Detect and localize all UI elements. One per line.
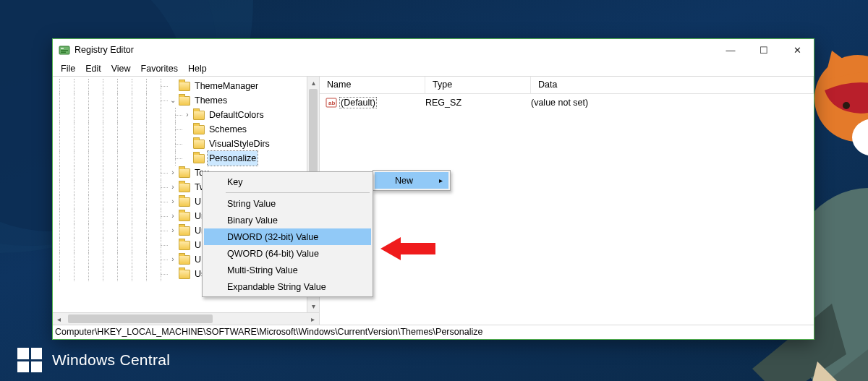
folder-icon [179,168,190,178]
value-name: (Default) [340,98,425,108]
scroll-left-button[interactable]: ◂ [53,313,65,325]
tree-expander[interactable]: › [183,108,192,122]
context-menu-item[interactable]: Key [204,174,371,190]
context-menu-item-label: Expandable String Value [227,282,326,292]
folder-icon [179,270,190,279]
tree-expander[interactable]: › [169,194,177,209]
menu-view[interactable]: View [106,63,136,74]
folder-icon [179,197,190,207]
svg-marker-15 [380,237,435,260]
close-icon: ✕ [793,45,801,56]
scroll-up-button[interactable]: ▴ [307,77,319,89]
chevron-right-icon: ▸ [311,315,315,323]
scroll-track[interactable] [65,313,307,325]
value-data: (value not set) [531,98,814,108]
folder-icon [193,140,205,149]
tree-item[interactable]: Schemes [53,122,319,137]
brand-text: Windows Central [52,351,170,369]
tree-item-label: Personalize [208,151,258,166]
scroll-down-button[interactable]: ▾ [307,300,319,312]
menu-edit[interactable]: Edit [80,63,106,74]
client-area: ThemeManager⌄Themes›DefaultColorsSchemes… [53,76,814,325]
folder-icon [179,255,190,265]
column-name[interactable]: Name [320,77,425,93]
context-menu-item-new[interactable]: New ▸ [375,172,448,189]
tree-item-label: VisualStyleDirs [208,137,271,151]
menu-file[interactable]: File [56,63,80,74]
maximize-button[interactable]: ☐ [747,39,780,61]
folder-icon [179,96,190,106]
svg-point-8 [843,102,850,109]
tree-horizontal-scrollbar[interactable]: ◂ ▸ [53,312,319,325]
context-menu-item-label: QWORD (64-bit) Value [227,249,319,259]
folder-icon [179,226,190,236]
titlebar[interactable]: Registry Editor — ☐ ✕ [53,39,814,61]
folder-icon [193,154,205,163]
values-list[interactable]: ab(Default)REG_SZ(value not set) [320,94,814,325]
tree-item[interactable]: VisualStyleDirs [53,137,319,151]
tree-expander[interactable]: › [169,252,177,267]
context-menu-item-label: DWORD (32-bit) Value [227,232,318,242]
context-menu-item[interactable]: Binary Value [204,212,371,228]
scroll-thumb[interactable] [68,314,213,323]
watermark-brand: Windows Central [17,348,170,372]
chevron-up-icon: ▴ [312,79,315,87]
tree-item-label: Schemes [208,122,248,137]
context-menu-item[interactable]: String Value [204,195,371,212]
value-type: REG_SZ [425,98,531,108]
tree-item[interactable]: ›DefaultColors [53,108,319,122]
windows-logo-icon [17,348,42,372]
column-data[interactable]: Data [531,77,814,93]
close-button[interactable]: ✕ [780,39,814,61]
tree-expander[interactable]: › [169,180,177,194]
context-menu-item[interactable]: QWORD (64-bit) Value [204,245,371,262]
tree-item-label: DefaultColors [208,108,265,122]
tree-item[interactable]: ⌄Themes [53,93,319,108]
folder-icon [179,212,190,221]
svg-text:ab: ab [328,100,335,106]
annotation-arrow [380,236,435,264]
svg-rect-11 [61,50,68,51]
minimize-icon: — [726,45,736,56]
context-menu-separator [226,192,370,193]
window-title: Registry Editor [75,45,134,55]
values-header: Name Type Data [320,77,814,94]
context-menu-item-label: String Value [227,199,276,209]
tree-item[interactable]: Personalize [53,151,319,166]
submenu-arrow-icon: ▸ [439,176,443,184]
folder-icon [193,125,205,134]
tree-expander[interactable]: ⌄ [169,93,177,108]
values-pane: Name Type Data ab(Default)REG_SZ(value n… [320,77,814,325]
tree-expander[interactable]: › [169,223,177,238]
list-row[interactable]: ab(Default)REG_SZ(value not set) [320,95,814,109]
tree-item[interactable]: ThemeManager [53,79,319,93]
context-menu-item-label: New [395,176,413,186]
chevron-left-icon: ◂ [57,315,61,323]
maximize-icon: ☐ [760,45,768,56]
tree-expander[interactable]: › [169,209,177,223]
svg-rect-10 [61,48,64,49]
status-path: Computer\HKEY_LOCAL_MACHINE\SOFTWARE\Mic… [55,327,482,337]
context-menu-item-label: Key [227,177,243,187]
menu-favorites[interactable]: Favorites [136,63,183,74]
column-type[interactable]: Type [425,77,531,93]
minimize-button[interactable]: — [714,39,747,61]
folder-icon [179,183,190,192]
context-submenu-new: KeyString ValueBinary ValueDWORD (32-bit… [202,171,373,297]
svg-rect-12 [61,52,66,53]
context-menu-item[interactable]: DWORD (32-bit) Value [204,228,371,245]
context-menu-item-label: Multi-String Value [227,265,298,275]
context-menu-item[interactable]: Expandable String Value [204,278,371,295]
string-value-icon: ab [326,97,337,108]
context-menu-item[interactable]: Multi-String Value [204,262,371,278]
scroll-right-button[interactable]: ▸ [307,313,319,325]
tree-expander[interactable]: › [169,166,177,180]
status-bar: Computer\HKEY_LOCAL_MACHINE\SOFTWARE\Mic… [53,325,814,339]
context-menu: New ▸ [373,170,451,191]
menu-help[interactable]: Help [183,63,212,74]
folder-icon [179,241,190,250]
menubar: File Edit View Favorites Help [53,61,814,76]
tree-item-label: ThemeManager [193,79,260,93]
window-controls: — ☐ ✕ [714,39,814,61]
registry-editor-window: Registry Editor — ☐ ✕ File Edit View Fav… [52,38,814,340]
